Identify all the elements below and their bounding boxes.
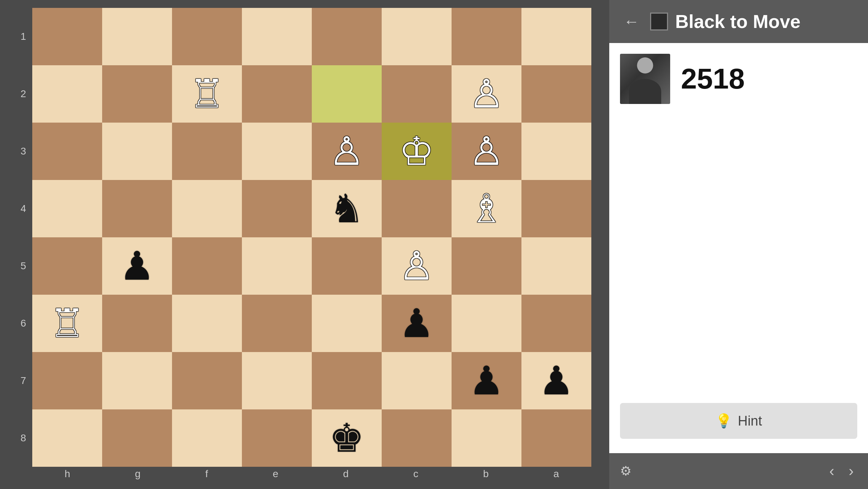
chess-board[interactable]: ♖♙♙♔♙♞♗♟♙♖♟♟♟♚ [32, 8, 591, 467]
rank-label-7: 7 [20, 375, 26, 386]
board-cell[interactable] [32, 237, 102, 295]
board-cell[interactable] [312, 8, 382, 65]
panel-footer: ⚙ ‹ › [609, 453, 868, 489]
panel-content: 2518 💡 Hint [609, 43, 868, 453]
board-cell[interactable]: ♔ [382, 123, 452, 180]
board-cell[interactable] [32, 409, 102, 467]
color-indicator [650, 13, 668, 30]
board-cell[interactable]: ♟ [521, 352, 591, 409]
board-cell[interactable]: ♞ [312, 180, 382, 237]
board-cell[interactable] [521, 295, 591, 352]
prev-button[interactable]: ‹ [826, 461, 838, 481]
board-cell[interactable] [242, 352, 312, 409]
board-cell[interactable] [172, 352, 242, 409]
next-button[interactable]: › [845, 461, 857, 481]
board-cell[interactable] [32, 8, 102, 65]
board-cell[interactable] [242, 180, 312, 237]
file-label-g: g [135, 468, 140, 480]
board-cell[interactable] [521, 8, 591, 65]
piece-wp: ♙ [329, 132, 364, 171]
board-cell[interactable] [521, 409, 591, 467]
board-cell[interactable] [102, 123, 172, 180]
rank-labels: 1 2 3 4 5 6 7 8 [14, 8, 32, 467]
board-cell[interactable] [382, 65, 452, 123]
board-cell[interactable]: ♙ [452, 65, 521, 123]
board-cell[interactable] [172, 295, 242, 352]
file-label-e: e [273, 468, 278, 480]
board-cell[interactable] [382, 352, 452, 409]
board-cell[interactable] [172, 409, 242, 467]
piece-bp: ♟ [399, 304, 434, 343]
board-cell[interactable] [32, 352, 102, 409]
piece-wp: ♙ [469, 132, 504, 171]
board-cell[interactable] [172, 123, 242, 180]
rank-label-4: 4 [20, 203, 26, 214]
board-cell[interactable]: ♙ [312, 123, 382, 180]
file-label-f: f [205, 468, 208, 480]
file-labels: h g f e d c b a [32, 467, 591, 481]
piece-wr2: ♖ [49, 304, 85, 343]
board-cell[interactable] [242, 295, 312, 352]
hint-button[interactable]: 💡 Hint [620, 403, 857, 439]
board-cell[interactable] [32, 180, 102, 237]
board-cell[interactable] [452, 237, 521, 295]
board-cell[interactable] [312, 352, 382, 409]
player-rating: 2518 [681, 62, 745, 95]
avatar-image [620, 54, 670, 104]
board-cell[interactable] [521, 123, 591, 180]
board-cell[interactable] [172, 8, 242, 65]
board-cell[interactable] [102, 295, 172, 352]
board-cell[interactable] [382, 409, 452, 467]
piece-wr: ♖ [189, 74, 225, 114]
board-cell[interactable] [312, 65, 382, 123]
piece-bp2: ♟ [469, 361, 504, 400]
board-cell[interactable] [242, 8, 312, 65]
file-label-b: b [483, 468, 489, 480]
board-cell[interactable]: ♗ [452, 180, 521, 237]
rank-label-3: 3 [20, 146, 26, 157]
board-cell[interactable] [521, 180, 591, 237]
panel-header: ← Black to Move [609, 0, 868, 43]
board-cell[interactable] [452, 8, 521, 65]
board-cell[interactable] [452, 409, 521, 467]
board-cell[interactable]: ♚ [312, 409, 382, 467]
rank-label-1: 1 [20, 31, 26, 42]
board-cell[interactable] [102, 65, 172, 123]
board-cell[interactable] [242, 123, 312, 180]
board-cell[interactable] [382, 180, 452, 237]
board-cell[interactable] [242, 65, 312, 123]
footer-settings-icon[interactable]: ⚙ [620, 464, 631, 479]
hint-label: Hint [738, 413, 762, 429]
board-cell[interactable] [32, 65, 102, 123]
board-cell[interactable]: ♖ [32, 295, 102, 352]
board-cell[interactable] [521, 65, 591, 123]
board-cell[interactable] [312, 295, 382, 352]
back-button[interactable]: ← [620, 11, 643, 32]
board-cell[interactable] [172, 237, 242, 295]
board-cell[interactable] [242, 237, 312, 295]
piece-bp: ♟ [119, 246, 155, 286]
board-cell[interactable] [102, 409, 172, 467]
nav-buttons: ‹ › [826, 461, 857, 481]
board-cell[interactable] [382, 8, 452, 65]
board-cell[interactable] [102, 180, 172, 237]
board-cell[interactable]: ♖ [172, 65, 242, 123]
board-cell[interactable]: ♟ [102, 237, 172, 295]
player-info: 2518 [620, 54, 857, 104]
piece-wk: ♔ [399, 132, 434, 171]
board-cell[interactable]: ♟ [382, 295, 452, 352]
board-cell[interactable] [312, 237, 382, 295]
board-cell[interactable] [172, 180, 242, 237]
board-cell[interactable]: ♙ [382, 237, 452, 295]
board-cell[interactable]: ♙ [452, 123, 521, 180]
lightbulb-icon: 💡 [715, 413, 732, 429]
board-cell[interactable] [32, 123, 102, 180]
board-cell[interactable] [452, 295, 521, 352]
board-cell[interactable] [521, 237, 591, 295]
board-cell[interactable] [242, 409, 312, 467]
board-cell[interactable] [102, 8, 172, 65]
file-label-a: a [553, 468, 559, 480]
to-move-text: Black to Move [675, 11, 801, 32]
board-cell[interactable]: ♟ [452, 352, 521, 409]
board-cell[interactable] [102, 352, 172, 409]
